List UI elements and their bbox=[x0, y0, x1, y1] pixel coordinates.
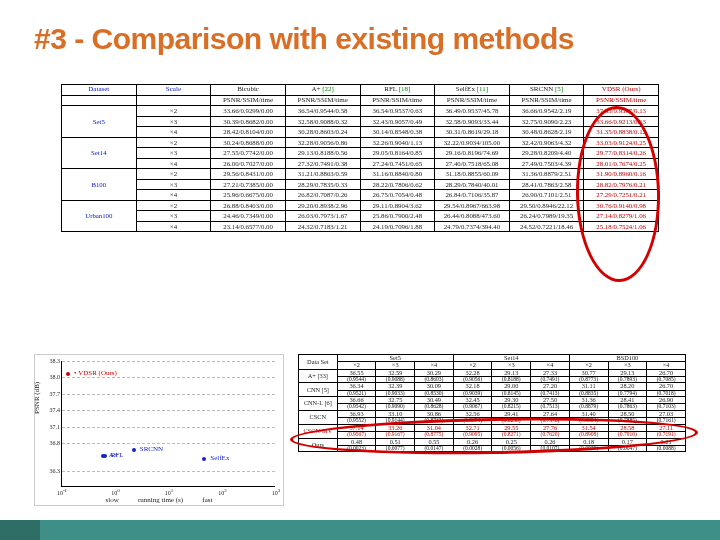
chart-axes: 36.336.837.137.437.738.038.310-110010110… bbox=[61, 361, 275, 487]
table-row: ×426.00/0.7027/0.0027.32/0.7491/0.3827.2… bbox=[62, 158, 659, 168]
slide: #3 - Comparison with existing methods Da… bbox=[0, 0, 720, 540]
table-row: B100×229.56/0.8431/0.0031.21/0.8863/0.59… bbox=[62, 169, 659, 179]
table-row: ×327.55/0.7742/0.0029.13/0.8188/0.5629.0… bbox=[62, 148, 659, 158]
chart-point bbox=[202, 457, 206, 461]
table-row: ×425.96/0.6675/0.0026.82/0.7087/0.2626.7… bbox=[62, 190, 659, 200]
page-title: #3 - Comparison with existing methods bbox=[34, 22, 686, 56]
table-row: (0.0023)(0.0077)(0.0147)(0.0028)(0.0056)… bbox=[299, 445, 686, 452]
chart-ylabel: PSNR (dB) bbox=[33, 382, 41, 414]
chart-point bbox=[66, 372, 70, 376]
table-row: Set14×230.24/0.8688/0.0032.28/0.9056/0.8… bbox=[62, 137, 659, 147]
comparison-table-head: DatasetScaleBicubicA+ [22]RFL [18]SelfEx… bbox=[62, 85, 659, 106]
table-row: ×428.42/0.8104/0.0030.28/0.8603/0.2430.1… bbox=[62, 127, 659, 137]
chart-point-label: SelfEx bbox=[210, 454, 229, 462]
secondary-table: Data SetSet5Set14BSD100×2×3×4×2×3×4×2×3×… bbox=[298, 354, 686, 452]
bottom-panel: PSNR (dB) 36.336.837.137.437.738.038.310… bbox=[34, 354, 686, 504]
chart-xlabel: slow running time (s) fast bbox=[35, 496, 283, 504]
comparison-table: DatasetScaleBicubicA+ [22]RFL [18]SelfEx… bbox=[61, 84, 659, 232]
table-row: ×330.39/0.8682/0.0032.58/0.9088/0.3232.4… bbox=[62, 116, 659, 126]
table-row: ×327.21/0.7385/0.0028.29/0.7835/0.3328.2… bbox=[62, 179, 659, 189]
footer-bar bbox=[0, 520, 720, 540]
table-row: ×423.14/0.6577/0.0024.32/0.7183/1.2124.1… bbox=[62, 221, 659, 231]
table-row: Urban100×226.88/0.8403/0.0029.20/0.8938/… bbox=[62, 200, 659, 210]
comparison-table-body: Set5×233.66/0.9299/0.0036.54/0.9544/0.58… bbox=[62, 106, 659, 232]
table-row: Set5×233.66/0.9299/0.0036.54/0.9544/0.58… bbox=[62, 106, 659, 116]
footer-accent bbox=[0, 520, 40, 540]
chart-point bbox=[101, 454, 105, 458]
psnr-time-chart: PSNR (dB) 36.336.837.137.437.738.038.310… bbox=[34, 354, 284, 506]
chart-point-label: A+ bbox=[109, 451, 118, 459]
chart-point-label: • VDSR (Ours) bbox=[74, 369, 117, 377]
chart-point-label: SRCNN bbox=[140, 445, 163, 453]
table-row: ×324.46/0.7349/0.0026.03/0.7973/1.6725.8… bbox=[62, 211, 659, 221]
secondary-table-wrap: Data SetSet5Set14BSD100×2×3×4×2×3×4×2×3×… bbox=[298, 354, 686, 504]
chart-point bbox=[132, 448, 136, 452]
